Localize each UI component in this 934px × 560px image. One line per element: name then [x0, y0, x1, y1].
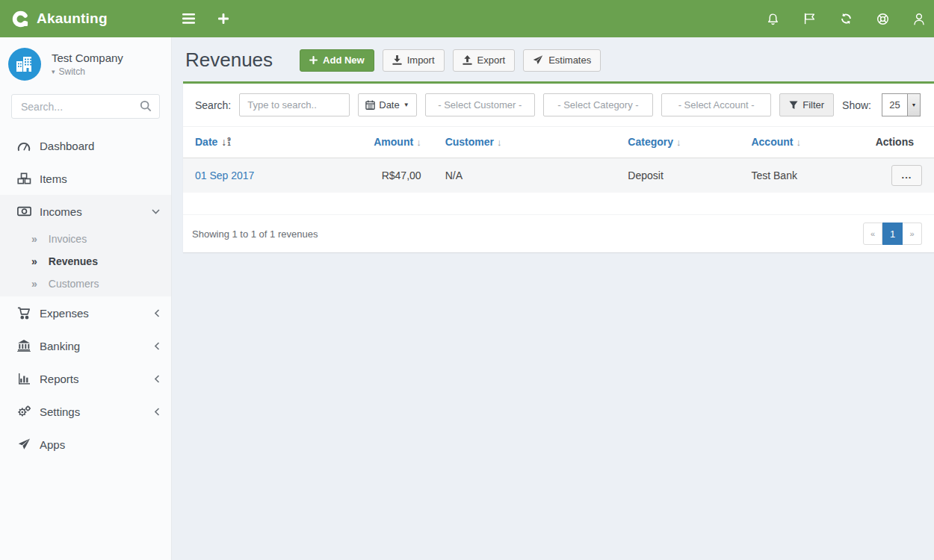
sidebar-item-dashboard[interactable]: Dashboard — [0, 129, 171, 162]
category-select[interactable]: - Select Category - — [543, 93, 653, 116]
help-life-ring-icon[interactable] — [875, 0, 891, 37]
column-header-customer[interactable]: Customer↓ — [433, 127, 616, 158]
sidebar-item-label: Incomes — [40, 205, 82, 218]
sidebar-subitem-revenues[interactable]: » Revenues — [0, 250, 171, 273]
cell-amount: R$47,00 — [362, 158, 433, 193]
flag-icon[interactable] — [802, 0, 817, 37]
company-switch-link[interactable]: ▾ Switch — [52, 66, 123, 77]
table-search-input[interactable] — [239, 93, 350, 116]
spacer — [183, 193, 934, 214]
pagination: « 1 » — [863, 223, 922, 245]
ellipsis-icon: ... — [902, 169, 912, 181]
funnel-icon — [789, 101, 798, 110]
gears-icon — [15, 405, 33, 417]
company-name: Test Company — [52, 52, 123, 64]
pagination-next-button[interactable]: » — [903, 223, 922, 245]
table-row: 01 Sep 2017 R$47,00 N/A Deposit Test Ban… — [183, 158, 934, 193]
filter-button[interactable]: Filter — [779, 93, 834, 116]
sort-arrow-icon: ↓ — [676, 137, 681, 148]
sidebar-item-items[interactable]: Items — [0, 162, 171, 195]
top-navbar: Akaunting — [0, 0, 934, 37]
export-button[interactable]: Export — [453, 49, 516, 72]
pagination-page-1[interactable]: 1 — [882, 223, 903, 245]
bar-chart-icon — [15, 373, 33, 385]
plus-icon — [309, 56, 318, 64]
chevron-left-icon — [155, 375, 160, 383]
estimates-button[interactable]: Estimates — [523, 49, 601, 72]
incomes-submenu: » Invoices » Revenues » Customers — [0, 228, 171, 296]
sidebar-item-settings[interactable]: Settings — [0, 395, 171, 428]
chevron-left-icon — [155, 408, 160, 416]
money-bill-icon — [15, 206, 33, 217]
sidebar: Test Company ▾ Switch Dashboard — [0, 37, 172, 560]
cell-actions: ... — [863, 158, 934, 193]
bank-icon — [15, 340, 33, 352]
hamburger-menu-icon[interactable] — [181, 0, 197, 37]
add-new-button[interactable]: Add New — [300, 49, 374, 72]
account-select[interactable]: - Select Account - — [661, 93, 771, 116]
column-header-account[interactable]: Account↓ — [739, 127, 862, 158]
cell-customer: N/A — [433, 158, 616, 193]
sidebar-item-label: Reports — [40, 373, 79, 385]
quick-add-plus-icon[interactable] — [217, 0, 230, 37]
sidebar-menu: Dashboard Items Incomes — [0, 129, 171, 461]
sidebar-item-label: Banking — [40, 340, 80, 352]
sidebar-item-label: Expenses — [40, 307, 89, 320]
filter-row: Search: Date ▼ - Select Customer - — [183, 84, 934, 126]
sync-icon[interactable] — [838, 0, 854, 37]
calendar-icon — [365, 100, 375, 110]
revenue-date-link[interactable]: 01 Sep 2017 — [195, 169, 254, 181]
sort-arrow-icon: ↓ — [416, 137, 421, 148]
company-avatar[interactable] — [8, 48, 41, 81]
import-button[interactable]: Import — [383, 49, 445, 72]
row-actions-button[interactable]: ... — [891, 165, 922, 186]
card-footer: Showing 1 to 1 of 1 revenues « 1 » — [183, 214, 934, 252]
sidebar-search-input[interactable] — [11, 94, 160, 119]
sidebar-subitem-customers[interactable]: » Customers — [0, 273, 171, 295]
chevron-left-icon — [155, 342, 160, 350]
notifications-bell-icon[interactable] — [765, 0, 781, 37]
cell-date: 01 Sep 2017 — [183, 158, 362, 193]
search-icon[interactable] — [140, 100, 152, 112]
column-header-actions: Actions — [863, 127, 934, 158]
select-arrow-icon: ▼ — [907, 94, 920, 116]
revenues-table: Date↓91 Amount↓ Customer↓ Category↓ Acco… — [183, 127, 934, 193]
app-title: Akaunting — [37, 10, 108, 27]
dashboard-icon — [15, 140, 33, 152]
cubes-icon — [15, 172, 33, 184]
cell-account: Test Bank — [739, 158, 862, 193]
switch-caret-icon: ▾ — [52, 68, 55, 75]
sidebar-item-banking[interactable]: Banking — [0, 329, 171, 362]
sidebar-item-apps[interactable]: Apps — [0, 428, 171, 461]
customer-select[interactable]: - Select Customer - — [425, 93, 535, 116]
column-header-category[interactable]: Category↓ — [616, 127, 739, 158]
sidebar-item-label: Settings — [40, 405, 80, 418]
sidebar-subitem-invoices[interactable]: » Invoices — [0, 228, 171, 250]
cell-category: Deposit — [616, 158, 739, 193]
per-page-select[interactable]: 25 ▼ — [882, 93, 921, 116]
pagination-prev-button[interactable]: « — [863, 223, 882, 245]
user-icon[interactable] — [912, 0, 927, 37]
sort-arrow-icon: ↓ — [796, 137, 801, 148]
search-label: Search: — [195, 99, 231, 111]
double-angle-icon: » — [31, 278, 37, 290]
table-header-row: Date↓91 Amount↓ Customer↓ Category↓ Acco… — [183, 127, 934, 158]
main-content: Revenues Add New Import Export — [172, 37, 934, 560]
sidebar-item-expenses[interactable]: Expenses — [0, 296, 171, 329]
date-filter-button[interactable]: Date ▼ — [358, 93, 416, 116]
paper-plane-icon — [533, 55, 543, 65]
show-label: Show: — [842, 99, 871, 111]
column-header-amount[interactable]: Amount↓ — [362, 127, 433, 158]
sidebar-item-reports[interactable]: Reports — [0, 362, 171, 395]
shopping-cart-icon — [15, 307, 33, 320]
column-header-date[interactable]: Date↓91 — [183, 127, 362, 158]
sidebar-item-label: Apps — [40, 438, 65, 451]
caret-down-icon: ▼ — [403, 102, 409, 108]
double-angle-icon: » — [31, 233, 37, 245]
page-title: Revenues — [185, 49, 273, 72]
results-summary: Showing 1 to 1 of 1 revenues — [192, 228, 318, 240]
brand[interactable]: Akaunting — [0, 10, 172, 28]
sidebar-item-incomes[interactable]: Incomes — [0, 195, 171, 228]
chevron-down-icon — [152, 209, 160, 214]
sidebar-item-label: Dashboard — [40, 140, 94, 152]
